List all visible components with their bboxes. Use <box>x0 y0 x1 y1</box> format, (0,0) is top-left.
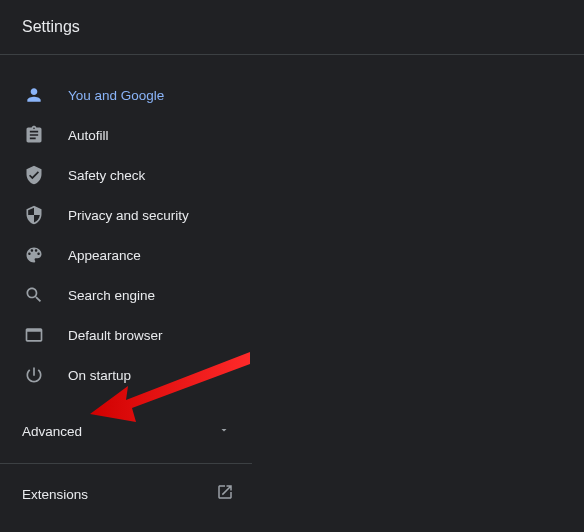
sidebar-item-label: Search engine <box>68 288 155 303</box>
power-icon <box>24 365 44 385</box>
sidebar-item-default-browser[interactable]: Default browser <box>0 315 252 355</box>
search-icon <box>24 285 44 305</box>
shield-check-icon <box>24 165 44 185</box>
shield-icon <box>24 205 44 225</box>
browser-icon <box>24 325 44 345</box>
person-icon <box>24 85 44 105</box>
open-in-new-icon <box>216 483 234 505</box>
clipboard-icon <box>24 125 44 145</box>
sidebar-item-label: Appearance <box>68 248 141 263</box>
divider <box>0 463 252 464</box>
chevron-down-icon <box>218 422 230 440</box>
advanced-label: Advanced <box>22 424 82 439</box>
extensions-label: Extensions <box>22 487 88 502</box>
advanced-section-toggle[interactable]: Advanced <box>0 407 252 455</box>
sidebar-item-on-startup[interactable]: On startup <box>0 355 252 395</box>
palette-icon <box>24 245 44 265</box>
sidebar-item-privacy-security[interactable]: Privacy and security <box>0 195 252 235</box>
sidebar-item-appearance[interactable]: Appearance <box>0 235 252 275</box>
sidebar-item-autofill[interactable]: Autofill <box>0 115 252 155</box>
sidebar-item-extensions[interactable]: Extensions <box>0 472 252 516</box>
sidebar-item-label: Privacy and security <box>68 208 189 223</box>
settings-header: Settings <box>0 0 584 55</box>
sidebar-item-label: You and Google <box>68 88 164 103</box>
sidebar-item-label: Default browser <box>68 328 163 343</box>
sidebar-item-you-and-google[interactable]: You and Google <box>0 75 252 115</box>
sidebar-item-safety-check[interactable]: Safety check <box>0 155 252 195</box>
page-title: Settings <box>22 18 80 36</box>
settings-sidebar: You and Google Autofill Safety check Pri… <box>0 69 252 532</box>
sidebar-item-label: On startup <box>68 368 131 383</box>
sidebar-item-search-engine[interactable]: Search engine <box>0 275 252 315</box>
sidebar-item-about-chrome[interactable]: About Chrome <box>0 516 252 532</box>
sidebar-item-label: Autofill <box>68 128 109 143</box>
sidebar-item-label: Safety check <box>68 168 145 183</box>
